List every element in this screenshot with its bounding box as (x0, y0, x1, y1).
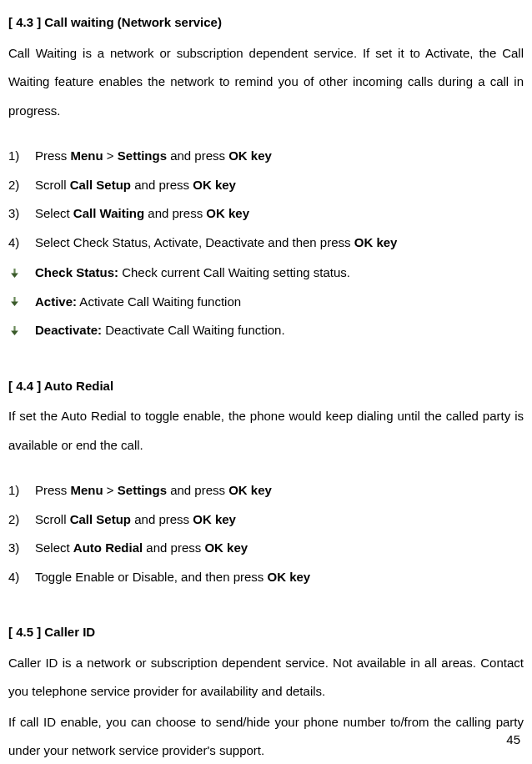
list-content: Toggle Enable or Disable, and then press… (35, 563, 524, 592)
bullet-item: Deactivate: Deactivate Call Waiting func… (8, 316, 524, 345)
bullet-content: Deactivate: Deactivate Call Waiting func… (35, 316, 524, 345)
list-item: 3) Select Call Waiting and press OK key (8, 199, 524, 229)
bullet-item: Check Status: Check current Call Waiting… (8, 259, 524, 288)
list-content: Scroll Call Setup and press OK key (35, 505, 524, 535)
section-heading-4-3: [ 4.3 ] Call waiting (Network service) (8, 8, 524, 38)
arrow-down-icon (8, 326, 35, 335)
list-number: 1) (8, 476, 35, 505)
list-number: 2) (8, 505, 35, 535)
section-heading-4-4: [ 4.4 ] Auto Redial (8, 372, 524, 401)
list-content: Select Check Status, Activate, Deactivat… (35, 229, 524, 258)
arrow-down-icon (8, 297, 35, 306)
section-4-3-intro: Call Waiting is a network or subscriptio… (8, 39, 524, 126)
list-item: 3) Select Auto Redial and press OK key (8, 534, 524, 563)
bullet-content: Active: Activate Call Waiting function (35, 288, 524, 317)
list-content: Select Call Waiting and press OK key (35, 199, 524, 229)
list-number: 2) (8, 171, 35, 200)
section-4-3-steps: 1) Press Menu > Settings and press OK ke… (8, 142, 524, 257)
list-content: Scroll Call Setup and press OK key (35, 171, 524, 200)
list-number: 4) (8, 563, 35, 592)
list-item: 2) Scroll Call Setup and press OK key (8, 171, 524, 200)
list-number: 1) (8, 142, 35, 171)
list-item: 2) Scroll Call Setup and press OK key (8, 505, 524, 535)
section-4-4-steps: 1) Press Menu > Settings and press OK ke… (8, 476, 524, 591)
arrow-down-icon (8, 269, 35, 278)
list-item: 1) Press Menu > Settings and press OK ke… (8, 476, 524, 505)
list-number: 4) (8, 229, 35, 258)
list-content: Press Menu > Settings and press OK key (35, 476, 524, 505)
section-4-5-intro-2: If call ID enable, you can choose to sen… (8, 708, 524, 765)
svg-marker-1 (11, 273, 18, 278)
svg-marker-3 (11, 302, 18, 307)
list-content: Select Auto Redial and press OK key (35, 534, 524, 563)
bullet-content: Check Status: Check current Call Waiting… (35, 259, 524, 288)
section-4-3-bullets: Check Status: Check current Call Waiting… (8, 259, 524, 345)
page-number: 45 (506, 726, 520, 755)
list-number: 3) (8, 534, 35, 563)
section-heading-4-5: [ 4.5 ] Caller ID (8, 618, 524, 647)
svg-marker-5 (11, 330, 18, 335)
list-number: 3) (8, 199, 35, 229)
section-4-4-intro: If set the Auto Redial to toggle enable,… (8, 402, 524, 460)
bullet-item: Active: Activate Call Waiting function (8, 288, 524, 317)
list-item: 4) Toggle Enable or Disable, and then pr… (8, 563, 524, 592)
list-item: 4) Select Check Status, Activate, Deacti… (8, 229, 524, 258)
section-4-5-intro-1: Caller ID is a network or subscription d… (8, 649, 524, 706)
list-item: 1) Press Menu > Settings and press OK ke… (8, 142, 524, 171)
list-content: Press Menu > Settings and press OK key (35, 142, 524, 171)
